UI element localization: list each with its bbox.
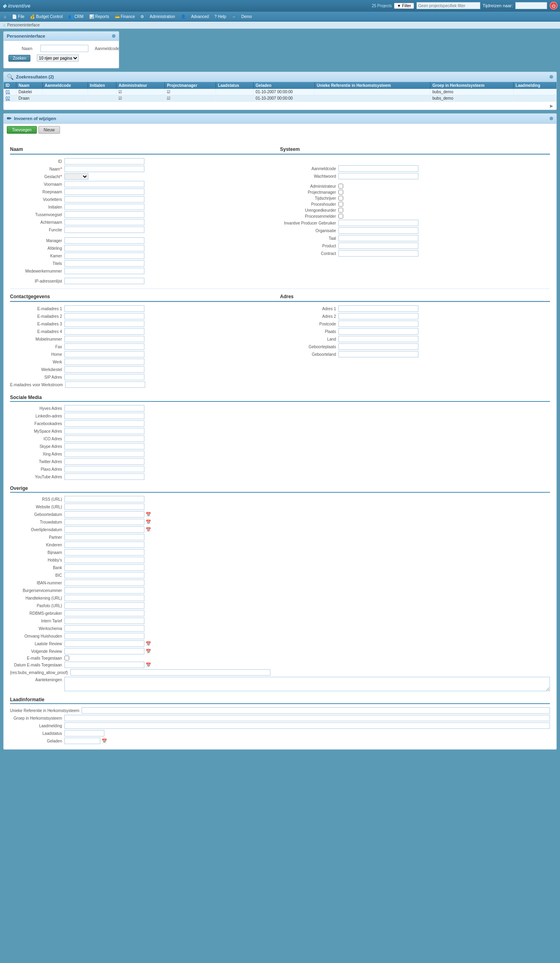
aantekeningen-textarea[interactable] (64, 677, 550, 691)
id-input[interactable] (64, 158, 144, 165)
intern-tarief-input[interactable] (64, 618, 144, 624)
postcode-input[interactable] (338, 321, 418, 327)
laadstatus-input[interactable] (64, 730, 104, 736)
pasfoto-input[interactable] (64, 602, 144, 609)
tijdschrijver-checkbox[interactable] (338, 196, 343, 201)
roepnaam-input[interactable] (64, 189, 144, 195)
trouwdatum-cal-icon[interactable]: 📅 (146, 520, 151, 525)
partner-input[interactable] (64, 534, 144, 540)
bic-input[interactable] (64, 572, 144, 578)
linkedin-input[interactable] (64, 413, 144, 419)
table-row[interactable]: 02 Draan ☑ ☑ 01-10-2007 00:00:00 bubs_de… (4, 95, 556, 102)
burgernr-input[interactable] (64, 587, 144, 594)
menu-home[interactable]: ⌂ (2, 14, 9, 20)
adres2-input[interactable] (338, 313, 418, 319)
titels-input[interactable] (64, 260, 144, 267)
proceshouder-checkbox[interactable] (338, 202, 343, 207)
iban-input[interactable] (64, 580, 144, 586)
power-button[interactable]: ⏻ (550, 2, 558, 10)
bijnaam-input[interactable] (64, 549, 144, 556)
email-werkstroom-input[interactable] (65, 381, 145, 388)
datum-emails-input[interactable] (64, 662, 144, 668)
volgende-review-cal-icon[interactable]: 📅 (146, 649, 151, 654)
twitter-input[interactable] (64, 458, 144, 465)
invantive-input[interactable] (338, 220, 418, 226)
initialen-input[interactable] (64, 204, 144, 210)
search-collapse-icon[interactable]: ⊗ (112, 33, 116, 39)
time-input[interactable] (515, 2, 547, 9)
email3-input[interactable] (64, 321, 144, 327)
naam-field-input[interactable] (64, 166, 144, 172)
volgende-review-input[interactable] (64, 648, 144, 654)
email1-input[interactable] (64, 305, 144, 312)
results-collapse-icon[interactable]: ⊗ (549, 74, 553, 80)
breadcrumb-home-icon[interactable]: ⌂ (3, 23, 6, 27)
handtekening-input[interactable] (64, 595, 144, 601)
laatste-review-cal-icon[interactable]: 📅 (146, 641, 151, 646)
geboorteplaats-input[interactable] (338, 343, 418, 350)
rows-select[interactable]: 10 rijen per pagina 25 rijen per pagina … (37, 54, 79, 62)
menu-file[interactable]: 📄 File (10, 14, 27, 20)
achternaam-input[interactable] (64, 219, 144, 225)
aanmeldcode-sys-input[interactable] (338, 165, 418, 172)
form-collapse-icon[interactable]: ⊗ (549, 116, 553, 121)
home-input[interactable] (64, 351, 144, 357)
menu-help[interactable]: ? Help (212, 14, 228, 20)
sip-input[interactable] (64, 374, 144, 380)
res-bubs-input[interactable] (70, 669, 270, 676)
wachtwoord-input[interactable] (338, 173, 418, 179)
website-input[interactable] (64, 504, 144, 510)
add-button[interactable]: Toevoegen (7, 126, 37, 134)
fax-input[interactable] (64, 343, 144, 350)
werk-input[interactable] (64, 359, 144, 365)
facebook-input[interactable] (64, 420, 144, 427)
email4-input[interactable] (64, 328, 144, 335)
naam-input[interactable] (40, 45, 88, 52)
plaats-input[interactable] (338, 328, 418, 335)
admin-checkbox[interactable] (338, 184, 343, 189)
rss-input[interactable] (64, 496, 144, 502)
processenmelder-checkbox[interactable] (338, 214, 343, 219)
xing-input[interactable] (64, 451, 144, 457)
hyves-input[interactable] (64, 405, 144, 411)
menu-administration[interactable]: Administration (147, 14, 177, 20)
pm-checkbox[interactable] (338, 190, 343, 195)
menu-reports[interactable]: 📊 Reports (87, 14, 112, 20)
skype-input[interactable] (64, 443, 144, 449)
geboorteland-input[interactable] (338, 351, 418, 357)
menu-users[interactable]: 👤 (178, 14, 188, 20)
laadmelding-input[interactable] (64, 722, 550, 729)
voornaam-input[interactable] (64, 181, 144, 187)
manager-input[interactable] (64, 237, 144, 244)
myspace-input[interactable] (64, 428, 144, 434)
overlijdensdatum-cal-icon[interactable]: 📅 (146, 527, 151, 532)
organisatie-input[interactable] (338, 227, 418, 234)
voorletters-input[interactable] (64, 196, 144, 203)
geladen-cal-icon[interactable]: 📅 (102, 738, 107, 744)
geboortedatum-cal-icon[interactable]: 📅 (146, 512, 151, 517)
geladen-input[interactable] (64, 738, 100, 744)
ip-input[interactable] (64, 278, 144, 284)
geslacht-select[interactable]: MV (64, 173, 88, 180)
land-input[interactable] (338, 336, 418, 342)
afdeling-input[interactable] (64, 245, 144, 251)
project-filter-input[interactable] (416, 2, 480, 9)
uniek-ref-input[interactable] (82, 707, 550, 714)
product-input[interactable] (338, 243, 418, 249)
row-link[interactable]: 02 (6, 96, 10, 100)
overlijdensdatum-input[interactable] (64, 526, 144, 533)
menu-advanced[interactable]: Advanced (189, 14, 211, 20)
ico-input[interactable] (64, 435, 144, 442)
tussenvoegsel-input[interactable] (64, 211, 144, 218)
menu-demo[interactable]: Demo (239, 14, 254, 20)
menu-crm[interactable]: 👥 CRM (66, 14, 86, 20)
adres1-input[interactable] (338, 305, 418, 312)
row-link[interactable]: 01 (6, 90, 10, 94)
werkdiestel-input[interactable] (64, 366, 144, 373)
urengoedkeurder-checkbox[interactable] (338, 208, 343, 213)
laatste-review-input[interactable] (64, 640, 144, 647)
omvang-input[interactable] (64, 633, 144, 639)
table-row[interactable]: 01 Dakelei ☑ ☑ 01-10-2007 00:00:00 bubs_… (4, 89, 556, 95)
datum-emails-cal-icon[interactable]: 📅 (146, 662, 151, 668)
new-button[interactable]: Nieuw (38, 126, 60, 134)
